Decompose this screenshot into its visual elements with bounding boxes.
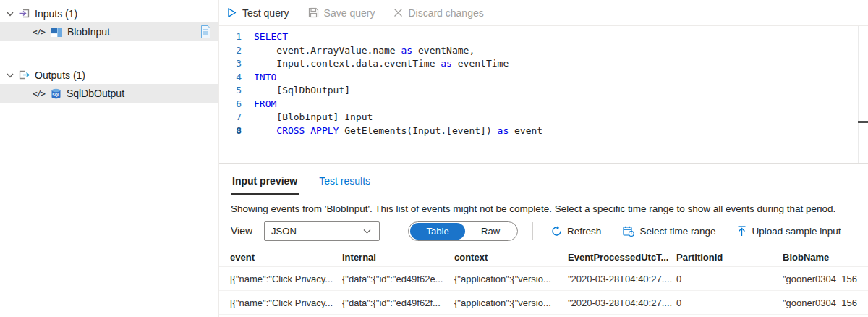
code-line-1[interactable]: 1SELECT (219, 30, 857, 44)
editor-overview-ruler[interactable] (858, 26, 868, 163)
tab-input-preview[interactable]: Input preview (231, 175, 299, 195)
preview-controls: View JSON Table Raw Refresh (231, 219, 863, 242)
indent-guide (258, 124, 258, 138)
chevron-down-icon[interactable] (6, 71, 14, 80)
table-cell: "gooner0304_156 (783, 297, 868, 308)
table-cell: {"data":{"id":"ed49f62e... (342, 274, 454, 284)
table-raw-toggle: Table Raw (408, 221, 518, 241)
code-icon: </> (33, 28, 45, 37)
column-header[interactable]: EventProcessedUtcT... (568, 252, 676, 263)
column-header[interactable]: event (230, 252, 342, 263)
play-icon (226, 7, 237, 18)
line-number: 2 (219, 44, 254, 58)
indent-guide (258, 84, 258, 98)
table-cell: {"application":{"versio... (454, 297, 568, 308)
line-code: Input.context.data.eventTime as eventTim… (254, 57, 857, 71)
test-query-label: Test query (242, 7, 289, 19)
toggle-option-table[interactable]: Table (410, 223, 465, 240)
chevron-down-icon[interactable] (6, 9, 14, 18)
query-test-panel: Test query Save query Discard changes (219, 0, 868, 317)
line-number: 6 (219, 98, 254, 111)
table-cell: [{"name":"Click Privacy... (230, 274, 342, 284)
table-row[interactable]: [{"name":"Click Privacy...{"data":{"id":… (219, 267, 868, 291)
test-query-button[interactable]: Test query (226, 7, 289, 19)
discard-changes-button[interactable]: Discard changes (393, 7, 483, 19)
line-number: 1 (219, 30, 254, 44)
preview-tabbar: Input preview Test results (219, 165, 868, 195)
view-format-value: JSON (271, 226, 297, 237)
events-table-header: eventinternalcontextEventProcessedUtcT..… (219, 248, 868, 267)
outputs-tree-header[interactable]: Outputs (1) (0, 66, 218, 84)
table-cell: 0 (676, 297, 783, 308)
line-code: [SqlDbOutput] (254, 84, 857, 98)
tab-test-results[interactable]: Test results (318, 175, 372, 195)
upload-sample-input-button[interactable]: Upload sample input (737, 226, 841, 237)
code-line-3[interactable]: 3 Input.context.data.eventTime as eventT… (219, 57, 857, 71)
refresh-icon (551, 226, 562, 237)
column-header[interactable]: PartitionId (676, 252, 783, 263)
table-row[interactable]: [{"name":"Click Privacy...{"data":{"id":… (219, 291, 868, 315)
inputs-tree-header[interactable]: Inputs (1) (0, 4, 218, 22)
line-code: CROSS APPLY GetElements(Input.[event]) a… (254, 124, 857, 138)
indent-guide (258, 111, 258, 124)
line-number: 8 (219, 124, 254, 138)
discard-changes-label: Discard changes (408, 7, 483, 19)
select-time-range-label: Select time range (639, 226, 715, 237)
view-format-select[interactable]: JSON (264, 221, 380, 241)
table-cell: [{"name":"Click Privacy... (230, 297, 342, 308)
inputs-header-label: Inputs (1) (35, 8, 77, 20)
stream-analytics-query-page: Inputs (1) </> BlobInput (0, 0, 868, 317)
line-number: 4 (219, 71, 254, 85)
sidebar-item-blobinput[interactable]: </> BlobInput (0, 22, 218, 41)
code-line-4[interactable]: 4INTO (219, 71, 857, 85)
blob-storage-icon (51, 28, 62, 37)
column-header[interactable]: internal (342, 252, 454, 263)
table-cell: "2020-03-28T04:40:27.... (568, 297, 676, 308)
line-code: [BlobInput] Input (254, 111, 857, 124)
code-lines: 1SELECT2 event.ArrayValue.name as eventN… (219, 30, 857, 138)
table-cell: {"data":{"id":"ed49f62f... (342, 297, 454, 308)
sidebar-item-sqldboutput[interactable]: </> SQL SqlDbOutput (0, 84, 218, 103)
indent-guide (258, 57, 258, 71)
code-line-6[interactable]: 6FROM (219, 98, 857, 111)
outputs-header-label: Outputs (1) (35, 69, 85, 81)
query-toolbar: Test query Save query Discard changes (219, 0, 868, 26)
line-code: SELECT (254, 30, 857, 44)
code-line-7[interactable]: 7 [BlobInput] Input (219, 111, 857, 124)
column-header[interactable]: context (454, 252, 568, 263)
toggle-option-raw[interactable]: Raw (465, 226, 516, 237)
view-label: View (231, 225, 252, 237)
table-cell: 0 (676, 274, 783, 284)
sql-database-icon: SQL (51, 88, 61, 99)
line-code: event.ArrayValue.name as eventName, (254, 44, 857, 58)
save-query-label: Save query (324, 7, 375, 19)
refresh-label: Refresh (567, 226, 601, 237)
table-cell: {"application":{"versio... (454, 274, 568, 284)
table-cell: "gooner0304_156 (783, 274, 868, 284)
upload-icon (737, 226, 746, 237)
svg-text:SQL: SQL (52, 93, 59, 97)
line-code: FROM (254, 98, 857, 111)
calendar-clock-icon (623, 226, 634, 237)
sidebar-item-label: SqlDbOutput (67, 88, 124, 99)
controls-divider (532, 222, 533, 240)
code-line-5[interactable]: 5 [SqlDbOutput] (219, 84, 857, 98)
sql-query-editor[interactable]: 1SELECT2 event.ArrayValue.name as eventN… (219, 26, 868, 164)
save-query-button[interactable]: Save query (308, 7, 375, 19)
chevron-down-icon (362, 227, 372, 236)
sample-data-document-icon[interactable] (200, 25, 211, 38)
select-time-range-button[interactable]: Select time range (623, 226, 715, 237)
upload-sample-input-label: Upload sample input (752, 226, 841, 237)
code-icon: </> (33, 89, 45, 98)
line-number: 3 (219, 57, 254, 71)
line-number: 7 (219, 111, 254, 124)
refresh-button[interactable]: Refresh (551, 226, 601, 237)
close-icon (393, 8, 403, 17)
events-table-body: [{"name":"Click Privacy...{"data":{"id":… (219, 267, 868, 315)
code-line-8[interactable]: 8 CROSS APPLY GetElements(Input.[event])… (219, 124, 857, 138)
code-line-2[interactable]: 2 event.ArrayValue.name as eventName, (219, 44, 857, 58)
sidebar-item-label: BlobInput (67, 26, 110, 38)
column-header[interactable]: BlobName (783, 252, 868, 263)
inputs-icon (19, 9, 30, 18)
events-table: eventinternalcontextEventProcessedUtcT..… (219, 248, 868, 315)
